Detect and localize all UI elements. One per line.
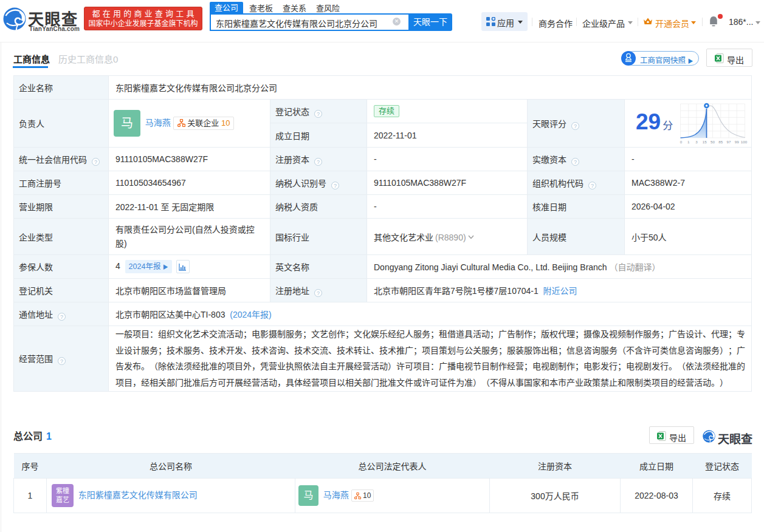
svg-text:3: 3	[695, 140, 698, 144]
svg-text:1: 1	[687, 140, 690, 144]
svg-text:15: 15	[703, 140, 707, 144]
svg-text:99: 99	[735, 140, 739, 144]
svg-text:0: 0	[680, 140, 683, 144]
svg-text:50: 50	[711, 140, 715, 144]
svg-text:85: 85	[718, 140, 723, 144]
svg-text:100: 100	[741, 140, 748, 144]
svg-text:97: 97	[727, 140, 731, 144]
